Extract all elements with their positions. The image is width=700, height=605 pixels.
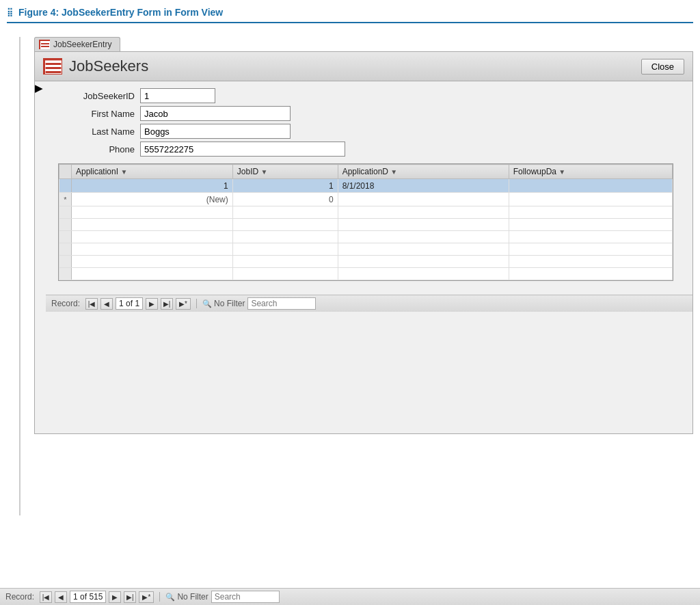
col-jobid[interactable]: JobID ▼ (232, 165, 338, 179)
tab-label: JobSeekerEntry (53, 40, 111, 49)
field-row-jobseekerid: JobSeekerID (66, 88, 679, 103)
table-row (509, 219, 672, 231)
figure-title: Figure 4: JobSeekerEntry Form in Form Vi… (7, 7, 693, 23)
table-row (338, 219, 509, 231)
col-applicationdate[interactable]: ApplicationD ▼ (338, 165, 509, 179)
form-body: JobSeekerID First Name Last Name (46, 81, 692, 295)
table-row (509, 256, 672, 268)
form-header: JobSeekers Close (35, 52, 692, 81)
inner-nav-last[interactable]: ▶| (161, 298, 173, 310)
inner-nav-prev[interactable]: ◀ (100, 298, 113, 310)
inner-nav-record-count: 1 of 1 (116, 297, 143, 310)
inner-nav-next[interactable]: ▶ (146, 298, 158, 310)
inner-nav-first[interactable]: |◀ (85, 298, 98, 310)
table-row: 8/1/2018 (338, 179, 509, 193)
record-arrow: ▶ (35, 83, 42, 94)
table-row (338, 193, 509, 206)
table-row (509, 179, 672, 193)
field-row-phone: Phone (66, 142, 679, 157)
lastname-label: Last Name (66, 126, 135, 137)
inner-nav-new[interactable]: ▶* (176, 298, 191, 310)
inner-nav-bar: Record: |◀ ◀ 1 of 1 ▶ ▶| ▶* 🔍 No Filter (46, 295, 692, 312)
field-row-lastname: Last Name (66, 124, 679, 139)
firstname-label: First Name (66, 109, 135, 119)
table-row (72, 231, 233, 243)
table-row (232, 256, 338, 268)
table-row (72, 268, 233, 280)
table-row (338, 268, 509, 280)
table-row (59, 231, 72, 243)
jobseekerid-input[interactable] (140, 88, 215, 103)
col-followupdate[interactable]: FollowupDa ▼ (509, 165, 672, 179)
form-header-left: JobSeekers (43, 57, 148, 75)
table-row (72, 243, 233, 256)
table-row (72, 219, 233, 231)
figure-title-text: Figure 4: JobSeekerEntry Form in Form Vi… (18, 7, 223, 18)
jobseekerid-label: JobSeekerID (66, 91, 135, 101)
form-window: JobSeekers Close ▶ JobSeekerID (34, 51, 693, 434)
table-row (232, 268, 338, 280)
table-row: 0 (232, 193, 338, 206)
table-row (72, 256, 233, 268)
tab-bar: JobSeekerEntry (34, 37, 693, 51)
form-fields: JobSeekerID First Name Last Name (66, 88, 679, 157)
table-row (509, 206, 672, 219)
row-selector (59, 179, 72, 193)
table-row (232, 243, 338, 256)
phone-input[interactable] (140, 142, 345, 157)
table-row: 1 (72, 179, 233, 193)
table-row (232, 231, 338, 243)
subform-table: ApplicationI ▼ JobID ▼ ApplicationD ▼ (59, 164, 673, 280)
form-title: JobSeekers (69, 57, 148, 75)
tab-jobseekerentry[interactable]: JobSeekerEntry (34, 37, 120, 51)
col-selector-header (59, 165, 72, 179)
lastname-input[interactable] (140, 124, 291, 139)
table-row (509, 193, 672, 206)
inner-nav-search-input[interactable] (247, 297, 316, 310)
inner-nav-record-label: Record: (51, 299, 80, 308)
table-row (338, 206, 509, 219)
table-row (509, 231, 672, 243)
subform-container: ApplicationI ▼ JobID ▼ ApplicationD ▼ (58, 163, 673, 281)
phone-label: Phone (66, 144, 135, 154)
table-row (232, 206, 338, 219)
table-row: 1 (232, 179, 338, 193)
table-row (59, 219, 72, 231)
inner-nav-separator (196, 299, 197, 308)
table-row (232, 219, 338, 231)
left-sidebar-line (7, 37, 21, 515)
table-row (72, 206, 233, 219)
row-selector: * (59, 193, 72, 206)
field-row-firstname: First Name (66, 106, 679, 121)
inner-nav-no-filter-label: No Filter (214, 299, 245, 308)
table-row (338, 256, 509, 268)
table-row: (New) (72, 193, 233, 206)
table-row (59, 206, 72, 219)
form-header-icon (43, 58, 62, 75)
table-row (338, 231, 509, 243)
col-applicationid[interactable]: ApplicationI ▼ (72, 165, 233, 179)
table-row (338, 243, 509, 256)
inner-nav-filter: 🔍 No Filter (202, 299, 245, 308)
tab-icon (39, 40, 50, 49)
table-row (59, 256, 72, 268)
table-row (509, 243, 672, 256)
filter-icon: 🔍 (202, 299, 212, 308)
table-row (59, 268, 72, 280)
close-button[interactable]: Close (641, 59, 684, 75)
table-row (509, 268, 672, 280)
firstname-input[interactable] (140, 106, 291, 121)
table-row (59, 243, 72, 256)
